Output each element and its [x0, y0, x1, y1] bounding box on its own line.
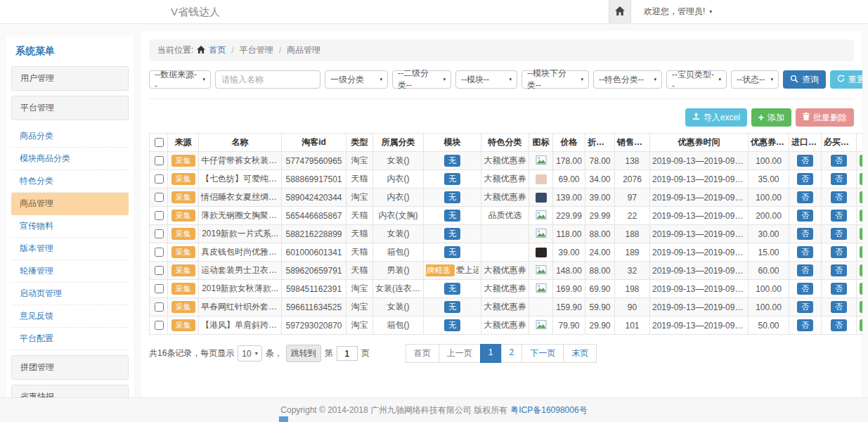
pager-button[interactable]: 1 — [480, 344, 502, 363]
must-buy-badge[interactable]: 否 — [831, 191, 847, 204]
sidebar-item[interactable]: 特色分类 — [11, 170, 129, 193]
sidebar-group-2[interactable]: 平台管理 — [11, 96, 129, 120]
pager-button[interactable]: 上一页 — [439, 344, 481, 363]
import-select-badge[interactable]: 否 — [797, 191, 813, 204]
import-select-badge[interactable]: 否 — [797, 301, 813, 314]
filter-select-label: --状态-- — [737, 74, 765, 86]
row-checkbox[interactable] — [155, 284, 164, 293]
sidebar-item[interactable]: 商品管理 — [11, 193, 129, 215]
source-badge: 采集 — [171, 283, 195, 295]
status-badge[interactable]: 上架 — [860, 301, 863, 314]
status-badge[interactable]: 上架 — [860, 210, 863, 222]
filter-feature-category-select[interactable]: --特色分类--▾ — [593, 70, 662, 89]
cell-module: 无 — [424, 316, 481, 335]
must-buy-badge[interactable]: 否 — [831, 210, 847, 222]
jump-button[interactable]: 跳转到 — [286, 345, 321, 362]
table-header-row: 来源名称淘客id类型所属分类模块特色分类图标价格折后价销售数量优惠券时间优惠券金… — [150, 134, 863, 152]
status-badge[interactable]: 上架 — [860, 228, 863, 241]
must-buy-badge[interactable]: 否 — [831, 319, 847, 332]
cell-import-select: 否 — [789, 207, 822, 225]
row-checkbox[interactable] — [155, 248, 164, 257]
query-label: 查询 — [802, 74, 819, 86]
row-checkbox[interactable] — [155, 302, 164, 312]
status-badge[interactable]: 上架 — [860, 191, 863, 204]
cell-taoke-id: 596611634525 — [282, 298, 346, 316]
sidebar-item[interactable]: 宣传物料 — [11, 215, 129, 238]
home-button[interactable] — [609, 0, 631, 23]
sidebar-group-bottom-1[interactable]: 拼团管理 — [11, 355, 129, 380]
sidebar-item[interactable]: 启动页管理 — [11, 283, 129, 305]
cell-type: 淘宝 — [346, 280, 373, 298]
import-select-badge[interactable]: 否 — [797, 319, 813, 332]
pager-button[interactable]: 下一页 — [522, 344, 564, 363]
filter-item-type-select[interactable]: --宝贝类型--▾ — [666, 70, 727, 89]
import-excel-button[interactable]: 导入excel — [685, 108, 747, 127]
status-badge[interactable]: 上架 — [860, 173, 863, 186]
must-buy-badge[interactable]: 否 — [831, 173, 847, 186]
query-button[interactable]: 查询 — [783, 70, 826, 89]
filter-data-source-select[interactable]: --数据来源--▾ — [149, 70, 211, 89]
name-search-input[interactable] — [215, 70, 320, 89]
status-badge[interactable]: 上架 — [860, 264, 863, 277]
icp-link[interactable]: 粤ICP备16098006号 — [510, 404, 587, 416]
cell-status: 上架 — [857, 243, 863, 262]
cell-type: 淘宝 — [346, 152, 373, 170]
add-button[interactable]: + 添加 — [751, 108, 791, 127]
per-page-value: 10 — [242, 349, 251, 359]
cell-taoke-id: 588869917501 — [282, 170, 346, 188]
row-checkbox[interactable] — [155, 156, 164, 165]
sidebar-item[interactable]: 商品分类 — [11, 125, 129, 148]
row-checkbox[interactable] — [155, 321, 164, 330]
sidebar-group-bottom-2[interactable]: 省惠快报 — [11, 385, 129, 397]
filter-level1-category-select[interactable]: 一级分类▾ — [325, 70, 388, 89]
cell-sales: 97 — [615, 188, 650, 207]
must-buy-badge[interactable]: 否 — [831, 301, 847, 314]
reset-button[interactable]: 重置 — [830, 70, 862, 89]
breadcrumb-home-link[interactable]: 首页 — [209, 44, 226, 56]
import-select-badge[interactable]: 否 — [797, 210, 813, 222]
must-buy-badge[interactable]: 否 — [831, 228, 847, 241]
row-checkbox[interactable] — [155, 229, 164, 238]
select-all-checkbox[interactable] — [155, 138, 164, 147]
sidebar-item[interactable]: 平台配置 — [11, 328, 129, 350]
user-menu[interactable]: 欢迎您，管理员! ▾ — [631, 0, 725, 23]
must-buy-badge[interactable]: 否 — [831, 155, 847, 167]
bulk-delete-label: 批量删除 — [813, 112, 847, 124]
page-number-input[interactable] — [337, 346, 358, 361]
must-buy-badge[interactable]: 否 — [831, 283, 847, 295]
per-page-select[interactable]: 10 ▾ — [238, 345, 261, 362]
status-badge[interactable]: 上架 — [860, 246, 863, 259]
pager-button[interactable]: 末页 — [563, 344, 597, 363]
sidebar-item[interactable]: 模块商品分类 — [11, 148, 129, 170]
cell-feature-category — [481, 225, 529, 243]
import-select-badge[interactable]: 否 — [797, 246, 813, 259]
column-header: 销售数量 — [615, 134, 650, 152]
import-select-badge[interactable]: 否 — [797, 283, 813, 295]
status-badge[interactable]: 上架 — [860, 283, 863, 295]
import-select-badge[interactable]: 否 — [797, 264, 813, 277]
filter-module-select[interactable]: --模块--▾ — [455, 70, 517, 89]
pager-button[interactable]: 首页 — [406, 344, 439, 363]
import-select-badge[interactable]: 否 — [797, 228, 813, 241]
status-badge[interactable]: 上架 — [860, 155, 863, 167]
must-buy-badge[interactable]: 否 — [831, 246, 847, 259]
sidebar-group-1[interactable]: 用户管理 — [11, 66, 129, 91]
must-buy-badge[interactable]: 否 — [831, 264, 847, 277]
row-checkbox[interactable] — [155, 266, 164, 275]
filter-module-sub-category-select[interactable]: --模块下分类--▾ — [522, 70, 589, 89]
bulk-delete-button[interactable]: 批量删除 — [796, 108, 854, 127]
row-checkbox[interactable] — [155, 211, 164, 220]
sidebar-item[interactable]: 版本管理 — [11, 238, 129, 260]
filter-status-select[interactable]: --状态--▾ — [731, 70, 779, 89]
status-badge[interactable]: 上架 — [860, 319, 863, 332]
filter-level2-category-select[interactable]: --二级分类--▾ — [392, 70, 451, 89]
row-checkbox[interactable] — [155, 174, 164, 184]
bottom-widget — [279, 416, 288, 422]
sidebar-item[interactable]: 意见反馈 — [11, 305, 129, 328]
row-checkbox[interactable] — [155, 193, 164, 202]
import-select-badge[interactable]: 否 — [797, 155, 813, 167]
cell-discount-price: 24.00 — [585, 243, 615, 262]
import-select-badge[interactable]: 否 — [797, 173, 813, 186]
pager-button[interactable]: 2 — [501, 344, 523, 363]
sidebar-item[interactable]: 轮播管理 — [11, 260, 129, 283]
